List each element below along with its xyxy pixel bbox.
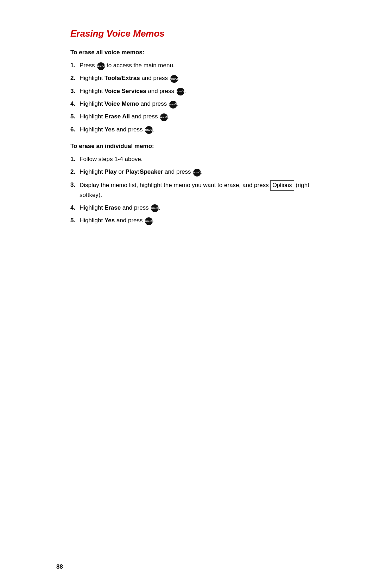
step-content: Highlight Play or Play:Speaker and press… (80, 167, 324, 177)
step-content: Highlight Yes and press MENUOK. (80, 216, 324, 225)
step-all-3: 3. Highlight Voice Services and press ME… (70, 87, 324, 96)
section-title: Erasing Voice Memos (70, 28, 324, 39)
page-number: 88 (56, 563, 63, 570)
step-ind-3: 3. Display the memo list, highlight the … (70, 180, 324, 200)
step-ind-1: 1. Follow steps 1-4 above. (70, 155, 324, 164)
step-num: 2. (70, 74, 80, 83)
menu-ok-icon: MENUOK (145, 126, 153, 134)
highlight-yes: Yes (104, 126, 115, 133)
step-all-1: 1. Press MENUOK to access the main menu. (70, 61, 324, 70)
menu-ok-icon: MENUOK (170, 75, 178, 83)
menu-ok-icon: MENUOK (97, 62, 105, 70)
step-num: 3. (70, 180, 80, 190)
menu-ok-icon: MENUOK (193, 169, 201, 177)
step-ind-2: 2. Highlight Play or Play:Speaker and pr… (70, 167, 324, 177)
page-container: Erasing Voice Memos To erase all voice m… (0, 0, 380, 588)
step-num: 5. (70, 216, 80, 225)
step-all-2: 2. Highlight Tools/Extras and press MENU… (70, 74, 324, 83)
step-num: 3. (70, 87, 80, 96)
menu-ok-icon: MENUOK (160, 113, 168, 121)
step-num: 6. (70, 125, 80, 134)
step-content: Highlight Erase and press MENUOK. (80, 203, 324, 212)
highlight-voice-memo: Voice Memo (104, 100, 139, 107)
step-all-5: 5. Highlight Erase All and press MENUOK. (70, 112, 324, 121)
highlight-tools-extras: Tools/Extras (104, 75, 140, 81)
step-content: Highlight Yes and press MENUOK. (80, 125, 324, 134)
step-content: Highlight Voice Services and press MENUO… (80, 87, 324, 96)
step-ind-4: 4. Highlight Erase and press MENUOK. (70, 203, 324, 212)
highlight-yes-ind: Yes (104, 217, 115, 224)
step-num: 1. (70, 155, 80, 164)
highlight-play: Play (104, 168, 117, 175)
menu-ok-icon: MENUOK (145, 217, 153, 225)
step-content: Highlight Tools/Extras and press MENUOK. (80, 74, 324, 83)
step-num: 5. (70, 112, 80, 121)
step-all-6: 6. Highlight Yes and press MENUOK. (70, 125, 324, 134)
subsection2-label: To erase an individual memo: (70, 143, 324, 150)
step-num: 4. (70, 203, 80, 212)
erase-all-steps: 1. Press MENUOK to access the main menu.… (70, 61, 324, 134)
step-num: 1. (70, 61, 80, 70)
menu-ok-icon: MENUOK (151, 204, 159, 212)
highlight-erase-all: Erase All (104, 113, 130, 120)
step-num: 2. (70, 167, 80, 177)
step-content: Press MENUOK to access the main menu. (80, 61, 324, 70)
highlight-voice-services: Voice Services (104, 88, 146, 94)
erase-individual-steps: 1. Follow steps 1-4 above. 2. Highlight … (70, 155, 324, 225)
step-ind-5: 5. Highlight Yes and press MENUOK. (70, 216, 324, 225)
step-content: Display the memo list, highlight the mem… (80, 180, 324, 200)
highlight-play-speaker: Play:Speaker (125, 168, 163, 175)
step-content: Follow steps 1-4 above. (80, 155, 324, 164)
highlight-erase: Erase (104, 204, 121, 211)
step-content: Highlight Voice Memo and press MENUOK. (80, 99, 324, 109)
subsection1-label: To erase all voice memos: (70, 49, 324, 56)
step-all-4: 4. Highlight Voice Memo and press MENUOK… (70, 99, 324, 109)
menu-ok-icon: MENUOK (169, 101, 177, 109)
step-num: 4. (70, 99, 80, 109)
step-content: Highlight Erase All and press MENUOK. (80, 112, 324, 121)
options-button: Options (270, 180, 294, 191)
menu-ok-icon: MENUOK (177, 88, 184, 95)
